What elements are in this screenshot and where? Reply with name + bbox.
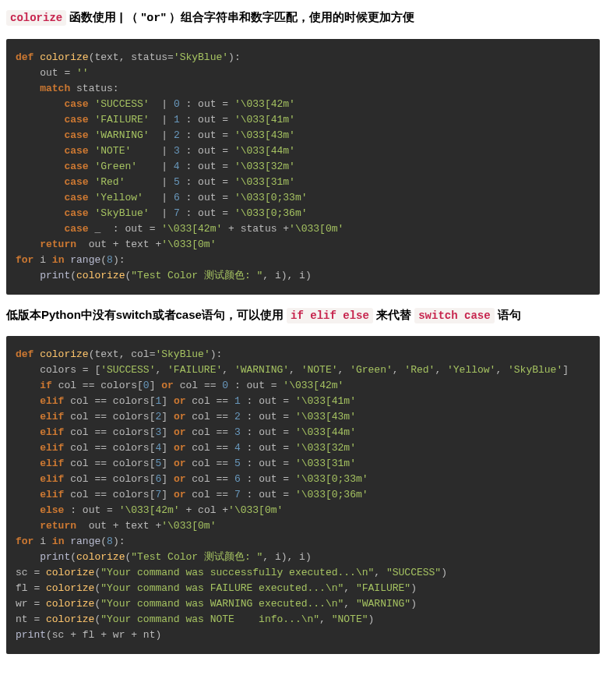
- inline-code-switch-case: switch case: [414, 308, 494, 323]
- code-line: case 'NOTE' | 3 : out = '\033[44m': [16, 143, 590, 159]
- inline-code-colorize: colorize: [6, 10, 66, 26]
- code-line: case _ : out = '\033[42m' + status +'\03…: [16, 221, 590, 237]
- code-block-match-case: def colorize(text, status='SkyBlue'): ou…: [6, 39, 600, 295]
- code-line: elif col == colors[1] or col == 1 : out …: [16, 394, 590, 409]
- code-line: match status:: [16, 81, 590, 97]
- code-line: case 'Green' | 4 : out = '\033[32m': [16, 159, 590, 175]
- heading-text: 低版本Python中没有switch或者case语句，可以使用: [6, 308, 287, 321]
- code-line: elif col == colors[4] or col == 4 : out …: [16, 440, 590, 456]
- code-line: case 'Red' | 5 : out = '\033[31m': [16, 175, 590, 190]
- heading-text: 来代替: [373, 308, 414, 321]
- code-line: sc = colorize("Your command was successf…: [16, 565, 590, 581]
- heading-colorize-pipe-or: colorize 函数使用 | （ "or" ）组合字符串和数字匹配，使用的时候…: [6, 8, 600, 28]
- code-line: print(sc + fl + wr + nt): [16, 628, 590, 643]
- heading-if-elif-else: 低版本Python中没有switch或者case语句，可以使用 if elif …: [6, 306, 600, 325]
- code-line: case 'FAILURE' | 1 : out = '\033[41m': [16, 112, 590, 128]
- code-line: case 'SUCCESS' | 0 : out = '\033[42m': [16, 97, 590, 112]
- code-line: elif col == colors[6] or col == 6 : out …: [16, 472, 590, 487]
- code-line: return out + text +'\033[0m': [16, 518, 590, 534]
- code-line: fl = colorize("Your command was FAILURE …: [16, 581, 590, 596]
- code-line: out = '': [16, 65, 590, 81]
- code-line: nt = colorize("Your command was NOTE inf…: [16, 612, 590, 628]
- code-line: print(colorize("Test Color 测试颜色: ", i), …: [16, 268, 590, 284]
- code-line: elif col == colors[5] or col == 5 : out …: [16, 456, 590, 472]
- code-line: case 'WARNING' | 2 : out = '\033[43m': [16, 128, 590, 143]
- code-line: print(colorize("Test Color 测试颜色: ", i), …: [16, 550, 590, 565]
- inline-code-if-elif-else: if elif else: [287, 308, 373, 323]
- heading-text: 语句: [495, 308, 521, 321]
- code-line: for i in range(8):: [16, 253, 590, 268]
- code-line: return out + text +'\033[0m': [16, 237, 590, 253]
- code-line: def colorize(text, col='SkyBlue'):: [16, 347, 590, 362]
- code-block-if-elif: def colorize(text, col='SkyBlue'): color…: [6, 336, 600, 654]
- code-line: case 'SkyBlue' | 7 : out = '\033[0;36m': [16, 206, 590, 221]
- code-line: case 'Yellow' | 6 : out = '\033[0;33m': [16, 190, 590, 206]
- code-line: wr = colorize("Your command was WARNING …: [16, 596, 590, 612]
- code-line: def colorize(text, status='SkyBlue'):: [16, 50, 590, 65]
- heading-text: 函数使用 | （ ": [66, 10, 146, 23]
- code-line: colors = ['SUCCESS', 'FAILURE', 'WARNING…: [16, 362, 590, 378]
- code-line: elif col == colors[7] or col == 7 : out …: [16, 487, 590, 503]
- code-line: elif col == colors[2] or col == 2 : out …: [16, 409, 590, 425]
- code-line: elif col == colors[3] or col == 3 : out …: [16, 425, 590, 440]
- heading-text: " ）组合字符串和数字匹配，使用的时候更加方便: [160, 10, 414, 23]
- code-line: for i in range(8):: [16, 534, 590, 550]
- code-line: if col == colors[0] or col == 0 : out = …: [16, 378, 590, 394]
- code-line: else : out = '\033[42m' + col +'\033[0m': [16, 503, 590, 518]
- heading-or-keyword: or: [146, 12, 160, 25]
